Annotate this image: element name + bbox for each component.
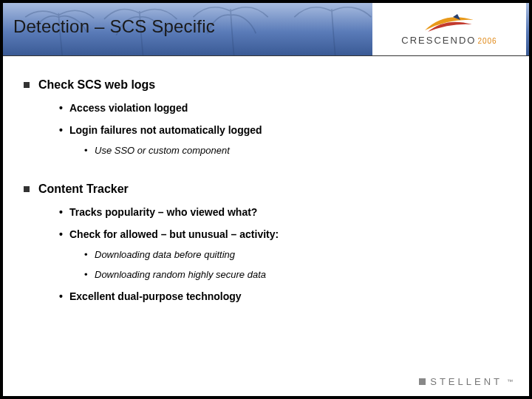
section-check-scs-web-logs: Check SCS web logs Access violation logg…	[24, 78, 508, 156]
crescendo-swoosh-icon	[423, 14, 475, 33]
section-title: Content Tracker	[38, 183, 508, 196]
stellent-square-icon	[419, 378, 426, 385]
bullet-list: Access violation logged Login failures n…	[38, 102, 508, 156]
sub-item: Downloading data before quitting	[84, 249, 508, 260]
sub-item: Downloading random highly secure data	[84, 269, 508, 280]
slide-content: Check SCS web logs Access violation logg…	[3, 56, 529, 302]
list-item: Excellent dual-purpose technology	[59, 290, 508, 302]
list-item: Access violation logged	[59, 102, 508, 114]
section-title: Check SCS web logs	[38, 78, 508, 92]
slide: Detection – SCS Specific CRESCENDO2006 C…	[3, 3, 529, 396]
slide-title: Detection – SCS Specific	[13, 16, 215, 37]
sub-list: Downloading data before quitting Downloa…	[69, 249, 508, 280]
list-item: Tracks popularity – who viewed what?	[59, 206, 508, 218]
stellent-logo: STELLENT ™	[419, 376, 513, 387]
list-item: Check for allowed – but unusual – activi…	[59, 228, 508, 280]
crescendo-text: CRESCENDO2006	[401, 35, 497, 46]
section-content-tracker: Content Tracker Tracks popularity – who …	[24, 183, 508, 302]
item-text: Access violation logged	[69, 102, 188, 114]
slide-header: Detection – SCS Specific CRESCENDO2006	[3, 3, 529, 56]
bullet-list: Tracks popularity – who viewed what? Che…	[38, 206, 508, 302]
trademark-icon: ™	[507, 378, 513, 385]
brand-name: CRESCENDO	[401, 35, 476, 46]
item-text: Excellent dual-purpose technology	[69, 290, 242, 302]
crescendo-logo: CRESCENDO2006	[372, 3, 526, 56]
brand-year: 2006	[477, 37, 497, 45]
item-text: Check for allowed – but unusual – activi…	[69, 228, 279, 240]
item-text: Login failures not automatically logged	[69, 124, 262, 136]
sub-item: Use SSO or custom component	[84, 145, 508, 156]
list-item: Login failures not automatically logged …	[59, 124, 508, 156]
item-text: Tracks popularity – who viewed what?	[69, 206, 257, 218]
footer-brand: STELLENT	[430, 376, 502, 387]
sub-list: Use SSO or custom component	[69, 145, 508, 156]
